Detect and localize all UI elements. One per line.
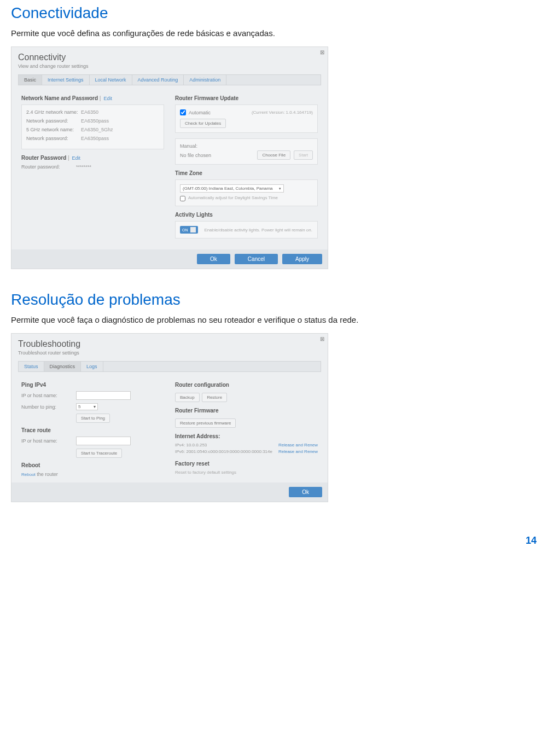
connectivity-panel: ⊠ Connectivity View and change router se… <box>11 46 328 269</box>
reboot-header: Reboot <box>21 462 164 468</box>
ip-host-input[interactable] <box>76 391 131 400</box>
ipv6-label: IPv6: <box>175 449 185 454</box>
section1-desc: Permite que você defina as configurações… <box>11 28 542 38</box>
activity-lights-desc: Enable/disable activity lights. Power li… <box>205 228 312 232</box>
connectivity-panel-title: Connectivity <box>18 53 321 62</box>
edit-password-link[interactable]: Edit <box>72 155 81 161</box>
activity-lights-header: Activity Lights <box>175 212 318 218</box>
row-5ghz-pass: Network password:EA6350pass <box>26 136 159 141</box>
reboot-suffix: the router <box>36 472 58 477</box>
check-updates-button[interactable]: Check for Updates <box>180 119 226 128</box>
timezone-select[interactable]: (GMT-05:00) Indiana East, Colombia, Pana… <box>180 184 284 193</box>
troubleshooting-tabs: Status Diagnostics Logs <box>18 361 321 372</box>
row-24ghz-pass: Network password:EA6350pass <box>26 118 159 124</box>
number-ping-select[interactable]: 5▾ <box>76 403 98 410</box>
start-traceroute-button[interactable]: Start to Traceroute <box>76 449 122 458</box>
restore-button[interactable]: Restore <box>202 393 227 402</box>
ipv4-label: IPv4: <box>175 443 185 447</box>
factory-reset-link[interactable]: Reset to factory default settings <box>175 470 236 475</box>
page-number: 14 <box>11 524 542 552</box>
start-button[interactable]: Start <box>294 150 313 160</box>
tab-logs[interactable]: Logs <box>81 362 103 371</box>
network-name-label: Network Name and Password <box>21 95 98 101</box>
tab-status[interactable]: Status <box>19 362 44 371</box>
tab-local-network[interactable]: Local Network <box>90 75 132 85</box>
dst-checkbox[interactable] <box>180 196 185 201</box>
automatic-label: Automatic <box>189 110 211 115</box>
network-name-header: Network Name and Password | Edit <box>21 95 164 101</box>
trace-ip-label: IP or host name: <box>21 438 76 444</box>
router-password-header: Router Password | Edit <box>21 155 164 161</box>
timezone-value: (GMT-05:00) Indiana East, Colombia, Pana… <box>183 186 273 191</box>
router-firmware-header: Router Firmware <box>175 408 318 414</box>
section2-title: Resolução de problemas <box>11 291 542 309</box>
close-icon[interactable]: ⊠ <box>320 336 324 342</box>
firmware-header: Router Firmware Update <box>175 95 318 101</box>
section1-title: Conectividade <box>11 4 542 22</box>
backup-button[interactable]: Backup <box>175 393 200 402</box>
troubleshooting-footer: Ok <box>11 482 328 502</box>
ok-button[interactable]: Ok <box>197 254 230 264</box>
trace-route-header: Trace route <box>21 427 164 433</box>
start-ping-button[interactable]: Start to Ping <box>76 414 110 423</box>
row-router-password: Router password:******** <box>21 164 164 170</box>
current-version: (Current Version: 1.0.4.164719) <box>252 110 313 115</box>
ip-host-label: IP or host name: <box>21 393 76 398</box>
no-file-label: No file chosen <box>180 153 254 158</box>
restore-firmware-button[interactable]: Restore previous firmware <box>175 418 236 428</box>
tab-advanced-routing[interactable]: Advanced Routing <box>132 75 184 85</box>
troubleshooting-panel: ⊠ Troubleshooting Troubleshoot router se… <box>11 333 328 502</box>
ipv4-value: 10.0.0.253 <box>186 443 207 447</box>
troubleshooting-panel-sub: Troubleshoot router settings <box>18 350 321 356</box>
edit-network-link[interactable]: Edit <box>103 96 112 101</box>
tab-administration[interactable]: Administration <box>184 75 226 85</box>
tab-internet-settings[interactable]: Internet Settings <box>42 75 90 85</box>
dst-label: Automatically adjust for Daylight Saving… <box>188 195 278 200</box>
row-5ghz-name: 5 GHz network name:EA6350_5Ghz <box>26 127 159 132</box>
connectivity-panel-sub: View and change router settings <box>18 63 321 69</box>
reboot-link[interactable]: Reboot <box>21 472 36 477</box>
connectivity-tabs: Basic Internet Settings Local Network Ad… <box>18 74 321 85</box>
trace-ip-input[interactable] <box>76 437 131 445</box>
timezone-header: Time Zone <box>175 170 318 176</box>
connectivity-footer: Ok Cancel Apply <box>11 249 328 269</box>
ok-button[interactable]: Ok <box>289 487 322 497</box>
section2-desc: Permite que você faça o diagnóstico de p… <box>11 315 542 324</box>
router-password-label: Router Password <box>21 155 66 161</box>
chevron-down-icon: ▾ <box>94 404 96 409</box>
router-config-header: Router configuration <box>175 382 318 388</box>
activity-lights-toggle[interactable]: ON <box>180 226 198 234</box>
tab-basic[interactable]: Basic <box>19 75 42 85</box>
row-24ghz-name: 2.4 GHz network name:EA6350 <box>26 109 159 115</box>
cancel-button[interactable]: Cancel <box>235 254 278 264</box>
close-icon[interactable]: ⊠ <box>320 49 324 55</box>
ping-header: Ping IPv4 <box>21 382 164 388</box>
release-renew-ipv6[interactable]: Release and Renew <box>278 449 318 454</box>
automatic-checkbox[interactable] <box>180 109 186 115</box>
troubleshooting-panel-title: Troubleshooting <box>18 339 321 349</box>
number-ping-label: Number to ping: <box>21 404 76 410</box>
tab-diagnostics[interactable]: Diagnostics <box>44 362 82 371</box>
internet-address-header: Internet Address: <box>175 433 318 439</box>
factory-reset-header: Factory reset <box>175 461 318 467</box>
release-renew-ipv4[interactable]: Release and Renew <box>278 443 318 447</box>
chevron-down-icon: ▾ <box>279 187 281 191</box>
choose-file-button[interactable]: Choose File <box>257 150 290 160</box>
ipv6-value: 2001:0540:c000:0019:0000:0000:0000:314e <box>186 449 272 454</box>
manual-label: Manual: <box>180 143 313 149</box>
apply-button[interactable]: Apply <box>282 254 322 264</box>
